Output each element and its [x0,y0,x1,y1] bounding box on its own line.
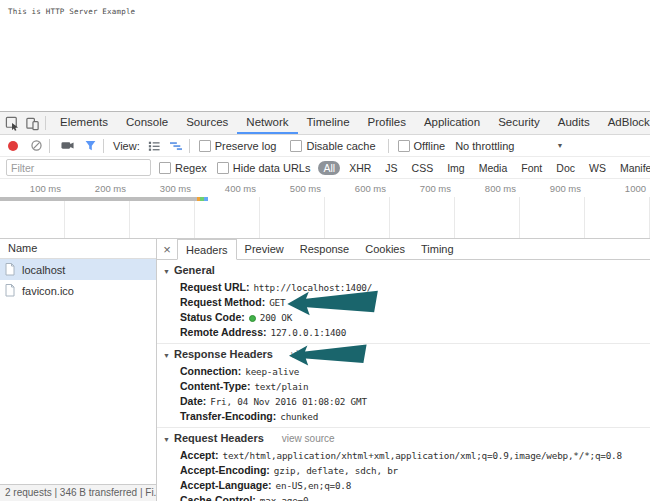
checkbox-icon[interactable] [217,162,229,174]
details-tab-response[interactable]: Response [292,239,358,259]
checkbox-icon[interactable] [199,140,211,152]
checkbox-icon[interactable] [290,140,302,152]
preserve-log-checkbox[interactable]: Preserve log [199,140,277,152]
throttling-select[interactable]: No throttling [455,140,514,152]
section-divider [157,427,650,428]
view-list-icon[interactable] [146,138,162,154]
details-tab-timing[interactable]: Timing [413,239,462,259]
checkbox-icon[interactable] [398,140,410,152]
filter-funnel-icon[interactable] [82,138,98,154]
triangle-down-icon: ▼ [163,265,170,279]
toolbar-divider [45,116,46,130]
details-tab-cookies[interactable]: Cookies [357,239,413,259]
clear-icon[interactable] [28,138,44,154]
section-title-request-headers[interactable]: ▼Request Headersview source [163,431,650,447]
filter-type-doc[interactable]: Doc [551,161,580,175]
details-tab-headers[interactable]: Headers [177,239,237,260]
filter-type-media[interactable]: Media [474,161,513,175]
close-icon[interactable]: × [157,239,177,259]
filter-type-js[interactable]: JS [380,161,402,175]
header-name: Remote Address: [180,326,267,338]
header-name: Transfer-Encoding: [180,410,276,422]
section-title-general[interactable]: ▼General [163,263,650,279]
details-tabs: HeadersPreviewResponseCookiesTiming [177,239,462,259]
header-row: Accept-Encoding:gzip, deflate, sdch, br [163,462,650,477]
checkbox-icon[interactable] [159,162,171,174]
section-title-response-headers[interactable]: ▼Response Headersview source [163,347,650,363]
view-label: View: [113,140,140,152]
filter-type-font[interactable]: Font [516,161,547,175]
toolbar-divider [103,139,104,153]
view-source-link[interactable]: view source [291,348,344,362]
header-name: Cache-Control: [180,494,256,501]
filter-type-manifest[interactable]: Manifest [615,161,650,175]
filter-type-css[interactable]: CSS [407,161,439,175]
filter-type-ws[interactable]: WS [584,161,611,175]
header-row: Cache-Control:max-age=0 [163,492,650,501]
tab-application[interactable]: Application [415,112,489,134]
header-value: GET [269,297,285,308]
disable-cache-label: Disable cache [306,140,375,152]
inspect-element-icon[interactable] [5,115,20,131]
tab-timeline[interactable]: Timeline [298,112,359,134]
header-row: Accept:text/html,application/xhtml+xml,a… [163,447,650,462]
timeline-overview[interactable] [0,197,650,239]
status-ok-dot [249,315,256,322]
triangle-down-icon: ▼ [163,433,170,447]
tab-sources[interactable]: Sources [177,112,237,134]
name-column-header[interactable]: Name [0,239,156,259]
timeline-tick: 600 ms [325,179,390,197]
timeline-tick: 900 ms [520,179,585,197]
timeline-tick: 100 ms [0,179,65,197]
hide-data-urls-checkbox[interactable]: Hide data URLs [217,162,311,174]
tab-elements[interactable]: Elements [51,112,117,134]
tab-console[interactable]: Console [117,112,177,134]
request-name: favicon.ico [22,285,74,297]
timeline-tick: 1000 [585,179,650,197]
screenshot-camera-icon[interactable] [59,138,75,154]
main-tabs: ElementsConsoleSourcesNetworkTimelinePro… [51,112,650,134]
request-row-localhost[interactable]: localhost [0,259,156,280]
network-status-bar: 2 requests | 346 B transferred | Fi... [0,484,156,501]
details-tab-preview[interactable]: Preview [237,239,292,259]
details-tabbar: × HeadersPreviewResponseCookiesTiming [157,239,650,260]
filter-type-img[interactable]: Img [442,161,470,175]
tab-network[interactable]: Network [237,112,297,134]
header-value: keep-alive [245,366,299,377]
regex-label: Regex [175,162,207,174]
header-value: en-US,en;q=0.8 [276,480,352,491]
header-name: Connection: [180,365,241,377]
toolbar-divider [388,139,389,153]
header-row: Accept-Language:en-US,en;q=0.8 [163,477,650,492]
regex-checkbox[interactable]: Regex [159,162,207,174]
network-toolbar: View: Preserve log Disable cache Offline [0,135,650,157]
toolbar-divider [49,139,50,153]
requests-pane: Name localhostfavicon.ico 2 requests | 3… [0,239,157,501]
tab-adblock[interactable]: AdBlock [599,112,650,134]
overview-finish-tick [204,197,208,201]
tab-security[interactable]: Security [489,112,549,134]
overview-activity-bar [0,197,197,201]
header-name: Status Code: [180,311,245,323]
timeline-tick: 800 ms [455,179,520,197]
page-content-text: This is HTTP Server Example [8,7,135,16]
tab-profiles[interactable]: Profiles [359,112,415,134]
record-button[interactable] [8,141,18,151]
tab-audits[interactable]: Audits [549,112,599,134]
device-toolbar-icon[interactable] [25,115,40,131]
headers-content: ▼GeneralRequest URL:http://localhost:140… [157,260,650,501]
header-value: http://localhost:1400/ [253,282,372,293]
chevron-down-icon[interactable]: ▼ [556,142,563,149]
view-source-link[interactable]: view source [282,432,335,446]
waterfall-view-icon[interactable] [168,138,184,154]
disable-cache-checkbox[interactable]: Disable cache [290,140,375,152]
timeline-tick: 700 ms [390,179,455,197]
filter-input[interactable] [6,159,151,176]
offline-checkbox[interactable]: Offline [398,140,446,152]
header-value: 200 OK [260,312,292,323]
request-row-favicon-ico[interactable]: favicon.ico [0,280,156,301]
filter-type-all[interactable]: All [318,161,340,175]
filter-type-xhr[interactable]: XHR [344,161,376,175]
section-title-label: General [174,263,215,277]
header-name: Request Method: [180,296,265,308]
